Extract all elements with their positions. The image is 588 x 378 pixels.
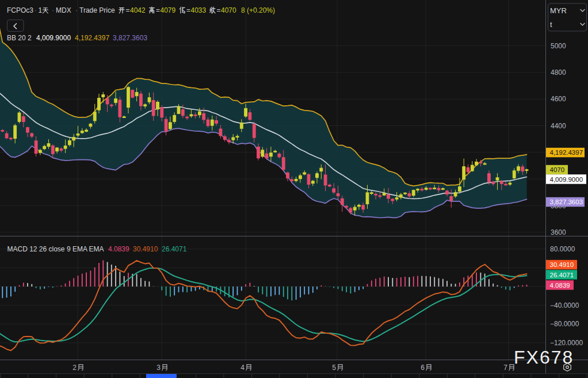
svg-text:·: · (75, 6, 78, 14)
svg-text:3,827.3603: 3,827.3603 (550, 198, 583, 205)
svg-text:26.4071: 26.4071 (550, 272, 574, 278)
svg-text:=: = (156, 6, 160, 14)
svg-text:−80.0000: −80.0000 (550, 320, 579, 328)
svg-text:3,827.3603: 3,827.3603 (113, 34, 147, 42)
svg-text:MYR: MYR (550, 6, 567, 15)
svg-text:t: t (550, 20, 552, 29)
svg-text:=: = (217, 6, 221, 14)
svg-text:3: 3 (156, 364, 161, 372)
svg-text:7: 7 (503, 364, 507, 372)
svg-text:8 (+0.20%): 8 (+0.20%) (241, 6, 275, 14)
svg-text:26.4071: 26.4071 (162, 245, 187, 253)
svg-text:·: · (35, 6, 37, 14)
svg-text:4600: 4600 (551, 95, 566, 103)
svg-text:30.4910: 30.4910 (133, 245, 158, 253)
svg-text:4,192.4397: 4,192.4397 (75, 34, 109, 42)
svg-text:−120.0000: −120.0000 (550, 339, 583, 347)
svg-text:4.0839: 4.0839 (108, 245, 129, 253)
svg-text:4,009.9000: 4,009.9000 (36, 34, 71, 42)
svg-text:4042: 4042 (130, 6, 146, 14)
svg-text:4400: 4400 (551, 122, 566, 130)
svg-text:FCPOc3: FCPOc3 (7, 6, 33, 14)
svg-text:=: = (186, 6, 190, 14)
svg-text:4: 4 (240, 364, 245, 372)
svg-text:4033: 4033 (191, 6, 207, 14)
svg-text:1: 1 (39, 6, 43, 14)
svg-text:30.4910: 30.4910 (550, 261, 574, 268)
svg-text:2: 2 (72, 364, 77, 372)
svg-text:=: = (126, 6, 130, 14)
svg-text:4,009.9000: 4,009.9000 (550, 176, 583, 183)
svg-text:4.0839: 4.0839 (550, 282, 570, 289)
svg-text:MDX: MDX (56, 6, 71, 14)
svg-text:·: · (52, 6, 54, 14)
svg-text:MACD 12 26 close 9 EMA EMA: MACD 12 26 close 9 EMA EMA (7, 245, 104, 253)
svg-text:Trade Price: Trade Price (79, 6, 115, 14)
svg-text:BB 20 2: BB 20 2 (7, 34, 32, 42)
svg-text:4079: 4079 (161, 6, 176, 14)
svg-text:3600: 3600 (551, 228, 566, 236)
svg-text:6: 6 (421, 364, 425, 372)
svg-text:4070: 4070 (550, 166, 565, 173)
svg-text:5: 5 (332, 364, 336, 372)
svg-text:4070: 4070 (221, 6, 236, 14)
svg-text:80.0000: 80.0000 (550, 245, 575, 253)
svg-text:4800: 4800 (551, 68, 566, 77)
svg-text:5000: 5000 (551, 42, 566, 50)
svg-text:−40.0000: −40.0000 (550, 301, 579, 310)
svg-text:4,192.4397: 4,192.4397 (550, 149, 583, 156)
